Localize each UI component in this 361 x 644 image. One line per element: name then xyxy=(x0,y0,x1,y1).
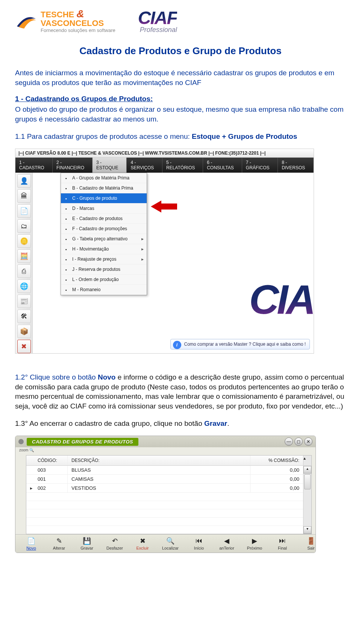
menu-item[interactable]: 4 - SERVIÇOS xyxy=(127,158,162,173)
grid-header: CÓDIGO: DESCRIÇÃO: % COMISSÃO: ▴ xyxy=(26,456,311,466)
empty-row xyxy=(26,493,311,501)
menu-icon: ▪ xyxy=(63,257,69,263)
dropdown-label: I - Reajuste de preços xyxy=(72,257,116,262)
sidebar-icon[interactable]: 🧮 xyxy=(17,249,31,263)
empty-row xyxy=(26,509,311,518)
info-tip[interactable]: i Como comprar a versão Master ? Clique … xyxy=(170,339,310,349)
novo-button-icon: 📄 xyxy=(26,537,36,545)
menu-icon: ▪ xyxy=(63,226,69,232)
gravar-button[interactable]: 💾Gravar xyxy=(73,536,100,551)
localizar-button-label: Localizar xyxy=(162,546,179,550)
alterar-button-label: Alterar xyxy=(53,546,65,550)
sidebar-icon[interactable]: 👤 xyxy=(17,174,31,188)
dropdown-label: G - Tabela preço alternativo xyxy=(72,236,127,242)
menu-item[interactable]: 5 - RELATÓRIOS xyxy=(162,158,203,173)
cell-codigo: 003 xyxy=(34,466,68,474)
sidebar-icon[interactable]: 🪙 xyxy=(17,234,31,248)
table-row[interactable]: ▸002VESTIDOS0,00 xyxy=(26,484,311,493)
sec1-2-pre: 1.2° Clique sobre o botão xyxy=(15,373,98,381)
sair-button-icon: 🚪 xyxy=(306,537,316,545)
dropdown-label: E - Cadastro de produtos xyxy=(72,216,123,221)
dropdown-item[interactable]: ▪F - Cadastro de promoções xyxy=(61,224,147,234)
minimize-button[interactable]: — xyxy=(285,437,293,446)
menu-icon: ▪ xyxy=(63,277,69,283)
sidebar-icon[interactable]: 📦 xyxy=(17,325,31,338)
sidebar-icon[interactable]: 🛠 xyxy=(17,310,31,323)
dropdown-item[interactable]: ▪B - Cadastro de Matéria Prima xyxy=(61,183,147,193)
anterior-button[interactable]: ◀anTerior xyxy=(213,536,240,551)
menu-item[interactable]: 2 - FINANCEIRO xyxy=(53,158,93,173)
menu-icon: ▪ xyxy=(63,236,69,242)
close-button[interactable]: ✕ xyxy=(304,437,312,446)
sec1-1-pre: 1.1 Para cadastrar grupos de produtos ac… xyxy=(15,132,192,140)
cell-descricao: CAMISAS xyxy=(68,475,250,483)
sidebar-icon[interactable]: 🌐 xyxy=(17,279,31,293)
scroll-down-icon[interactable]: ▾ xyxy=(303,526,311,534)
proximo-button[interactable]: ▶Próximo xyxy=(241,536,268,551)
inicio-button[interactable]: ⏮Início xyxy=(185,536,212,551)
estoque-dropdown: ▪A - Grupos de Matéria Prima▪B - Cadastr… xyxy=(61,173,147,295)
table-row[interactable]: 003BLUSAS0,00 xyxy=(26,466,311,475)
novo-button-label: Novo xyxy=(26,546,36,550)
sidebar-icon[interactable]: 📄 xyxy=(17,204,31,218)
sidebar-icon[interactable]: 📰 xyxy=(17,295,31,308)
cell-comissao: 0,00 xyxy=(250,475,303,483)
scroll-thumb[interactable] xyxy=(304,474,311,489)
scroll-up-icon[interactable]: ▴ xyxy=(303,466,311,474)
section1-heading: 1 - Cadastrando os Grupos de Produtos: xyxy=(15,95,346,103)
svg-marker-0 xyxy=(151,200,177,213)
menu-item[interactable]: 7 - GRÁFICOS xyxy=(242,158,278,173)
app-titlebar: |--| CIAF VERSÃO 8.00 E |--| TESCHE & VA… xyxy=(15,149,314,158)
menu-item[interactable]: 1 - CADASTRO xyxy=(15,158,53,173)
final-button-icon: ⏭ xyxy=(278,537,287,545)
dropdown-item[interactable]: ▪E - Cadastro de produtos xyxy=(61,214,147,224)
sidebar-icon[interactable]: ✖ xyxy=(17,340,31,353)
sair-button[interactable]: 🚪Sair xyxy=(297,536,316,551)
menu-item[interactable]: 6 - CONSULTAS xyxy=(203,158,242,173)
table-row[interactable]: 001CAMISAS0,00 xyxy=(26,475,311,484)
empty-row xyxy=(26,518,311,526)
inicio-button-icon: ⏮ xyxy=(194,537,204,545)
section1-3: 1.3° Ao encerrar o cadastro de cada grup… xyxy=(15,419,346,428)
inicio-button-label: Início xyxy=(194,546,204,550)
dropdown-item[interactable]: ▪I - Reajuste de preços xyxy=(61,254,147,264)
sair-button-label: Sair xyxy=(307,546,315,550)
maximize-button[interactable]: ◻ xyxy=(294,437,303,446)
window-buttons: — ◻ ✕ xyxy=(285,437,312,446)
tv-ampersand: & xyxy=(76,8,84,20)
dropdown-item[interactable]: ▪M - Romaneio xyxy=(61,285,147,295)
grid-scrollbar[interactable]: ▴ ▾ xyxy=(303,466,311,534)
dropdown-label: B - Cadastro de Matéria Prima xyxy=(72,185,133,191)
dropdown-label: C - Grupos de produto xyxy=(72,196,117,201)
excluir-button[interactable]: ✖Excluir xyxy=(129,536,156,551)
col-descricao: DESCRIÇÃO: xyxy=(68,456,250,465)
sidebar-icon[interactable]: 🏛 xyxy=(17,189,31,203)
sidebar-icon[interactable]: ⎙ xyxy=(17,264,31,278)
dropdown-item[interactable]: ▪G - Tabela preço alternativo xyxy=(61,234,147,244)
header-logos: TESCHE & VASCONCELOS Fornecendo soluções… xyxy=(15,8,346,34)
desfazer-button[interactable]: ↶Desfazer xyxy=(101,536,128,551)
novo-button[interactable]: 📄Novo xyxy=(18,536,45,551)
alterar-button[interactable]: ✎Alterar xyxy=(46,536,73,551)
sidebar-icon[interactable]: 🗂 xyxy=(17,219,31,233)
menu-item[interactable]: 3 - ESTOQUE xyxy=(93,158,127,173)
cell-comissao: 0,00 xyxy=(250,466,303,474)
final-button[interactable]: ⏭Final xyxy=(269,536,296,551)
gravar-button-icon: 💾 xyxy=(82,537,92,545)
localizar-button[interactable]: 🔍Localizar xyxy=(157,536,184,551)
tv-swoosh-icon xyxy=(15,11,38,30)
menu-icon: ▪ xyxy=(63,185,69,191)
menu-item[interactable]: 8 - DIVERSOS xyxy=(278,158,314,173)
section1-2: 1.2° Clique sobre o botão Novo e informe… xyxy=(15,372,346,411)
desfazer-button-icon: ↶ xyxy=(110,537,120,545)
dropdown-item[interactable]: ▪L - Ordem de produção xyxy=(61,275,147,285)
doc-title: Cadastro de Produtos e Grupo de Produtos xyxy=(15,45,346,57)
dropdown-item[interactable]: ▪J - Reserva de produtos xyxy=(61,264,147,275)
section1-1: 1.1 Para cadastrar grupos de produtos ac… xyxy=(15,132,346,141)
dropdown-item[interactable]: ▪C - Grupos de produto xyxy=(61,193,147,204)
dropdown-item[interactable]: ▪D - Marcas xyxy=(61,204,147,214)
dropdown-item[interactable]: ▪H - Movimentação xyxy=(61,244,147,254)
tv-line2: VASCONCELOS xyxy=(41,18,104,28)
dropdown-item[interactable]: ▪A - Grupos de Matéria Prima xyxy=(61,173,147,183)
dropdown-label: H - Movimentação xyxy=(72,246,109,252)
